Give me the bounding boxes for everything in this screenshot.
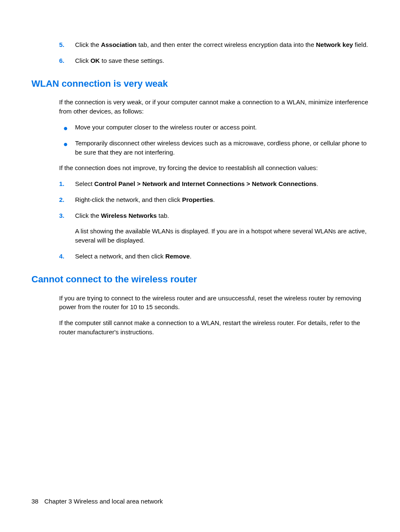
list-subtext: A list showing the available WLANs is di… bbox=[31, 227, 369, 245]
bullet-item: ● Move your computer closer to the wirel… bbox=[31, 123, 369, 132]
list-text: Click OK to save these settings. bbox=[75, 56, 369, 65]
list-item-2: 2. Right-click the network, and then cli… bbox=[31, 195, 369, 204]
list-number: 4. bbox=[59, 252, 75, 261]
list-text: Click the Association tab, and then ente… bbox=[75, 40, 369, 49]
bullet-item: ● Temporarily disconnect other wireless … bbox=[31, 139, 369, 157]
paragraph: If the computer still cannot make a conn… bbox=[31, 318, 369, 337]
paragraph: If the connection is very weak, or if yo… bbox=[31, 98, 369, 116]
heading-wlan-weak: WLAN connection is very weak bbox=[31, 77, 369, 90]
bullet-icon: ● bbox=[63, 123, 75, 132]
chapter-title: Chapter 3 Wireless and local area networ… bbox=[44, 498, 163, 505]
list-item-6: 6. Click OK to save these settings. bbox=[31, 56, 369, 65]
list-number: 3. bbox=[59, 211, 75, 220]
list-item-3: 3. Click the Wireless Networks tab. bbox=[31, 211, 369, 220]
list-number: 5. bbox=[59, 40, 75, 49]
paragraph: If you are trying to connect to the wire… bbox=[31, 294, 369, 312]
list-item-5: 5. Click the Association tab, and then e… bbox=[31, 40, 369, 49]
list-text: Click the Wireless Networks tab. bbox=[75, 211, 369, 220]
list-text: Select a network, and then click Remove. bbox=[75, 252, 369, 261]
paragraph: If the connection does not improve, try … bbox=[31, 163, 369, 173]
list-number: 2. bbox=[59, 195, 75, 204]
bullet-icon: ● bbox=[63, 139, 75, 157]
list-number: 6. bbox=[59, 56, 75, 65]
list-number: 1. bbox=[59, 179, 75, 189]
page-footer: 38Chapter 3 Wireless and local area netw… bbox=[31, 497, 163, 506]
list-text: Select Control Panel > Network and Inter… bbox=[75, 179, 369, 189]
list-item-4: 4. Select a network, and then click Remo… bbox=[31, 252, 369, 261]
bullet-text: Temporarily disconnect other wireless de… bbox=[75, 139, 369, 157]
page-number: 38 bbox=[31, 498, 39, 505]
list-item-1: 1. Select Control Panel > Network and In… bbox=[31, 179, 369, 189]
list-text: Right-click the network, and then click … bbox=[75, 195, 369, 204]
bullet-text: Move your computer closer to the wireles… bbox=[75, 123, 369, 132]
heading-cannot-connect: Cannot connect to the wireless router bbox=[31, 273, 369, 286]
